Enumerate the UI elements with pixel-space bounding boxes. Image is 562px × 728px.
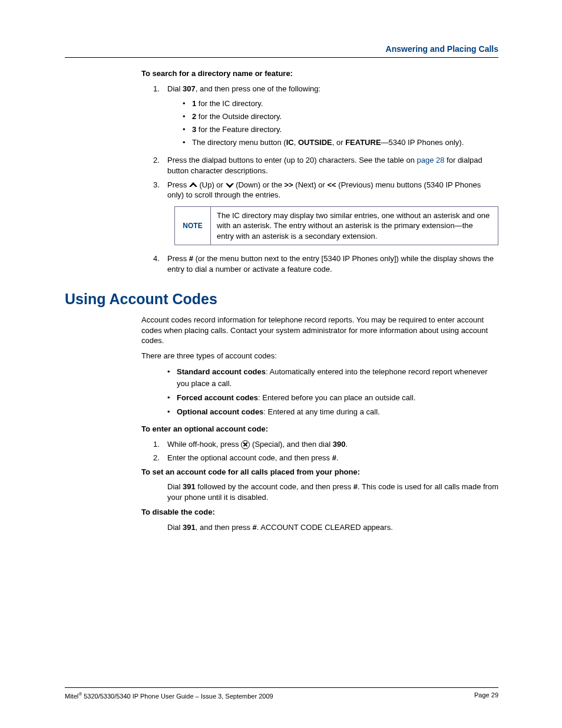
footer-left: Mitel® 5320/5330/5340 IP Phone User Guid…	[65, 691, 273, 700]
directory-search-section: To search for a directory name or featur…	[141, 68, 498, 274]
step-number: 2.	[153, 155, 160, 166]
special-button-icon	[241, 440, 250, 449]
page-header: Answering and Placing Calls	[65, 44, 498, 58]
step3-a: Press	[167, 180, 189, 189]
account-types-list: Standard account codes: Automatically en…	[141, 366, 498, 419]
step3-prev: <<	[328, 180, 336, 189]
search-heading: To search for a directory name or featur…	[141, 68, 498, 79]
step4-b: (or the menu button next to the entry [5…	[167, 254, 494, 274]
step-number: 2.	[153, 453, 160, 463]
bullet-feature: 3 for the Feature directory.	[183, 123, 498, 136]
enter-optional-heading: To enter an optional account code:	[141, 424, 498, 434]
optional-codes: Optional account codes: Entered at any t…	[167, 406, 498, 418]
step-number: 3.	[153, 180, 160, 190]
step-4: 4. Press # (or the menu button next to t…	[141, 253, 498, 274]
forced-codes: Forced account codes: Entered before you…	[167, 392, 498, 404]
step4-hash: #	[189, 254, 193, 263]
step4-a: Press	[167, 254, 189, 263]
enter-step-2: 2. Enter the optional account code, and …	[141, 453, 498, 463]
svg-marker-1	[226, 183, 234, 188]
step-3: 3. Press (Up) or (Down) or the >> (Next)…	[141, 180, 498, 200]
disable-code-text: Dial 391, and then press #. ACCOUNT CODE…	[141, 522, 498, 533]
page-link[interactable]: page 28	[416, 156, 444, 164]
up-arrow-icon	[189, 182, 197, 188]
set-code-text: Dial 391 followed by the account code, a…	[141, 482, 498, 502]
bullet-menu-button: The directory menu button (IC, OUTSIDE, …	[183, 136, 498, 149]
step-2: 2. Press the dialpad buttons to enter (u…	[141, 155, 498, 176]
svg-marker-0	[189, 182, 197, 187]
step1-code: 307	[183, 84, 196, 93]
step1-text-a: Dial	[167, 84, 183, 93]
step3-up: (Up) or	[199, 180, 225, 189]
step1-text-b: , and then press one of the following:	[196, 84, 320, 93]
set-code-heading: To set an account code for all calls pla…	[141, 467, 498, 477]
note-label: NOTE	[175, 207, 211, 245]
step2-a: Press the dialpad buttons to enter (up t…	[167, 156, 416, 164]
step1-bullets: 1 for the IC directory. 2 for the Outsid…	[141, 97, 498, 149]
note-box: NOTE The IC directory may display two si…	[174, 206, 498, 246]
down-arrow-icon	[226, 182, 234, 188]
step-number: 1.	[153, 84, 160, 94]
step3-next-t: (Next) or	[293, 180, 328, 189]
step-number: 4.	[153, 253, 160, 264]
footer-right: Page 29	[474, 691, 498, 700]
standard-codes: Standard account codes: Automatically en…	[167, 366, 498, 390]
bullet-ic: 1 for the IC directory.	[183, 97, 498, 110]
account-codes-section: Account codes record information for tel…	[141, 315, 498, 532]
step3-down: (Down) or the	[236, 180, 284, 189]
note-content: The IC directory may display two similar…	[211, 207, 498, 245]
step3-next: >>	[285, 180, 293, 189]
step-number: 1.	[153, 439, 160, 450]
account-intro: Account codes record information for tel…	[141, 315, 498, 346]
step-1: 1. Dial 307, and then press one of the f…	[141, 84, 498, 94]
account-types-intro: There are three types of account codes:	[141, 351, 498, 361]
page: Answering and Placing Calls To search fo…	[0, 0, 562, 728]
enter-step-1: 1. While off-hook, press (Special), and …	[141, 439, 498, 450]
header-title: Answering and Placing Calls	[386, 44, 498, 54]
bullet-outside: 2 for the Outside directory.	[183, 110, 498, 123]
page-footer: Mitel® 5320/5330/5340 IP Phone User Guid…	[65, 687, 498, 700]
disable-code-heading: To disable the code:	[141, 507, 498, 518]
account-codes-heading: Using Account Codes	[65, 291, 498, 308]
